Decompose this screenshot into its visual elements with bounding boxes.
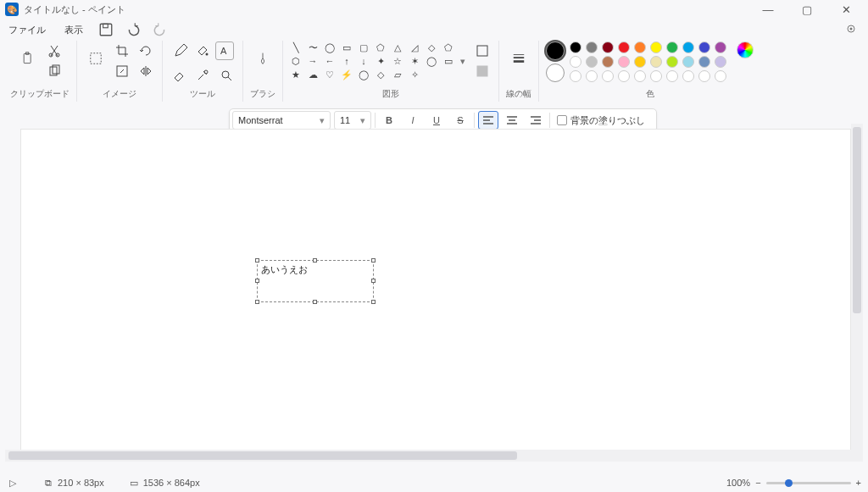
- shape-curve[interactable]: 〜: [307, 41, 319, 53]
- shape-callout-cloud[interactable]: ☁: [307, 69, 319, 80]
- shape-callout3[interactable]: ✧: [409, 69, 420, 80]
- minimize-button[interactable]: —: [756, 3, 780, 16]
- resize-handle[interactable]: [313, 300, 317, 304]
- swatch[interactable]: [682, 41, 694, 53]
- maximize-button[interactable]: ▢: [795, 3, 819, 16]
- swatch[interactable]: [650, 41, 662, 53]
- edit-colors-button[interactable]: [737, 41, 754, 58]
- swatch-empty[interactable]: [666, 70, 678, 82]
- resize-handle[interactable]: [371, 300, 376, 304]
- swatch[interactable]: [618, 41, 630, 53]
- fill-tool[interactable]: [193, 41, 212, 60]
- swatch[interactable]: [570, 56, 581, 68]
- shape-callout2[interactable]: ▱: [392, 69, 403, 80]
- shape-diamond[interactable]: ◇: [426, 41, 437, 53]
- swatch-empty[interactable]: [570, 70, 581, 82]
- swatch[interactable]: [698, 56, 710, 68]
- resize-handle[interactable]: [371, 279, 376, 283]
- resize-handle[interactable]: [371, 258, 376, 263]
- swatch[interactable]: [586, 41, 598, 53]
- shape-arrow-up[interactable]: ↑: [341, 55, 353, 67]
- swatch[interactable]: [602, 41, 614, 53]
- swatch[interactable]: [570, 41, 581, 53]
- resize-handle[interactable]: [255, 300, 259, 304]
- select-button[interactable]: [84, 41, 108, 75]
- shape-callout-oval[interactable]: ◯: [358, 69, 370, 80]
- magnifier-tool[interactable]: [217, 66, 236, 85]
- swatch[interactable]: [602, 56, 614, 68]
- swatch[interactable]: [650, 56, 662, 68]
- shapes-gallery[interactable]: ╲ 〜 ◯ ▭ ▢ ⬠ △ ◿ ◇ ⬠ ⬡ → ← ↑ ↓ ✦ ☆ ✶ ◯ ▭ …: [290, 41, 456, 80]
- swatch[interactable]: [715, 56, 726, 68]
- shapes-expand[interactable]: ▾: [458, 56, 468, 67]
- shape-arrow-right[interactable]: →: [307, 55, 319, 67]
- resize-handle[interactable]: [255, 279, 259, 283]
- brushes-button[interactable]: [252, 41, 274, 75]
- resize-handle[interactable]: [313, 258, 317, 263]
- shape-star5[interactable]: ☆: [392, 55, 403, 67]
- canvas[interactable]: あいうえお: [20, 129, 851, 459]
- color-primary[interactable]: [546, 41, 565, 60]
- swatch[interactable]: [715, 41, 726, 53]
- pencil-tool[interactable]: [171, 41, 190, 60]
- menu-file[interactable]: ファイル: [5, 21, 49, 39]
- redo-icon[interactable]: [153, 22, 168, 37]
- shape-pentagon[interactable]: ⬠: [442, 41, 454, 53]
- shape-fill-button[interactable]: [473, 62, 492, 80]
- shape-oval[interactable]: ◯: [324, 41, 336, 53]
- horizontal-scrollbar[interactable]: [5, 450, 851, 462]
- swatch[interactable]: [586, 56, 598, 68]
- shape-right-triangle[interactable]: ◿: [409, 41, 420, 53]
- shape-star[interactable]: ★: [290, 69, 302, 80]
- paste-button[interactable]: [16, 41, 40, 75]
- shape-star4[interactable]: ✦: [375, 55, 387, 67]
- shape-polygon[interactable]: ⬠: [375, 41, 387, 53]
- shape-arrow-down[interactable]: ↓: [358, 55, 370, 67]
- text-box[interactable]: あいうえお: [257, 260, 374, 302]
- shape-callout-round[interactable]: ◯: [426, 55, 437, 67]
- swatch[interactable]: [682, 56, 694, 68]
- close-button[interactable]: ✕: [834, 3, 858, 16]
- eraser-tool[interactable]: [170, 66, 188, 85]
- shape-roundrect[interactable]: ▢: [358, 41, 370, 53]
- shape-line[interactable]: ╲: [290, 41, 302, 53]
- swatch-empty[interactable]: [634, 70, 646, 82]
- swatch[interactable]: [666, 41, 678, 53]
- zoom-slider[interactable]: [766, 482, 851, 484]
- color-secondary[interactable]: [546, 64, 565, 82]
- swatch[interactable]: [666, 56, 678, 68]
- zoom-in-button[interactable]: +: [856, 478, 861, 488]
- settings-icon[interactable]: [844, 22, 863, 37]
- save-icon[interactable]: [98, 22, 114, 37]
- shape-rect[interactable]: ▭: [341, 41, 353, 53]
- vertical-scrollbar[interactable]: [851, 124, 863, 462]
- text-tool[interactable]: A: [215, 41, 234, 60]
- cut-button[interactable]: [45, 41, 64, 60]
- resize-button[interactable]: [113, 62, 131, 80]
- shape-arrow-left[interactable]: ←: [324, 55, 336, 67]
- menu-view[interactable]: 表示: [61, 21, 86, 39]
- resize-handle[interactable]: [255, 258, 259, 263]
- swatch-empty[interactable]: [602, 70, 614, 82]
- undo-icon[interactable]: [125, 22, 141, 37]
- crop-button[interactable]: [113, 41, 131, 60]
- shape-callout1[interactable]: ◇: [375, 69, 387, 80]
- shape-lightning[interactable]: ⚡: [341, 69, 353, 80]
- swatch-empty[interactable]: [650, 70, 662, 82]
- swatch[interactable]: [618, 56, 630, 68]
- swatch-empty[interactable]: [618, 70, 630, 82]
- shape-star6[interactable]: ✶: [409, 55, 420, 67]
- shape-outline-button[interactable]: [473, 41, 492, 60]
- color-picker-tool[interactable]: [193, 66, 212, 85]
- linewidth-button[interactable]: [508, 41, 530, 75]
- flip-button[interactable]: [136, 62, 155, 80]
- swatch-empty[interactable]: [698, 70, 710, 82]
- swatch[interactable]: [634, 41, 646, 53]
- swatch-empty[interactable]: [586, 70, 598, 82]
- swatch[interactable]: [634, 56, 646, 68]
- shape-triangle[interactable]: △: [392, 41, 403, 53]
- shape-hexagon[interactable]: ⬡: [290, 55, 302, 67]
- swatch-empty[interactable]: [682, 70, 694, 82]
- shape-callout-rect[interactable]: ▭: [442, 55, 454, 67]
- copy-button[interactable]: [45, 62, 64, 80]
